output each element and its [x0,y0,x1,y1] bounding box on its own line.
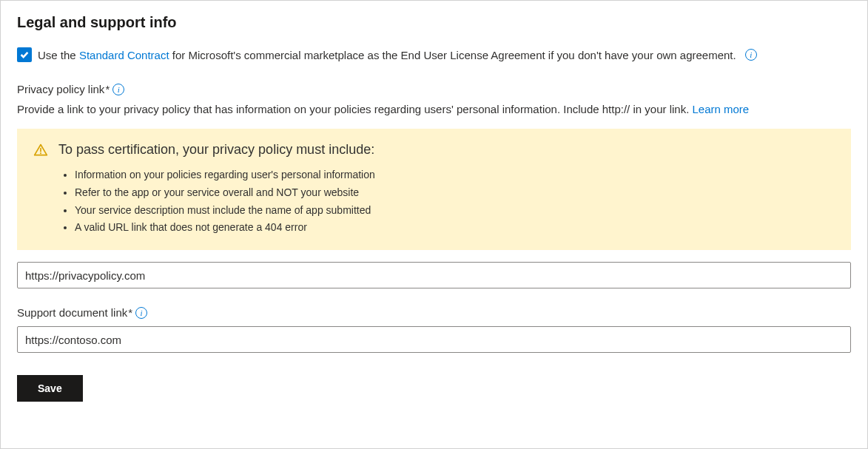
learn-more-link[interactable]: Learn more [693,103,750,115]
info-icon[interactable]: i [112,84,124,95]
standard-contract-checkbox[interactable] [17,47,32,62]
warning-list: Information on your policies regarding u… [33,166,835,237]
support-document-label: Support document link* i [17,306,851,319]
warning-title: To pass certification, your privacy poli… [58,142,374,158]
list-item: Your service description must include th… [75,202,835,220]
list-item: Refer to the app or your service overall… [75,184,835,202]
info-icon[interactable]: i [745,49,757,61]
save-button[interactable]: Save [17,375,83,402]
checkmark-icon [19,50,30,60]
certification-warning: To pass certification, your privacy poli… [17,129,851,250]
standard-contract-link[interactable]: Standard Contract [79,49,169,61]
privacy-policy-label: Privacy policy link* i [17,83,851,95]
privacy-policy-input[interactable] [17,262,851,288]
support-document-input[interactable] [17,326,851,353]
svg-point-1 [40,152,41,154]
standard-contract-label: Use the Standard Contract for Microsoft'… [38,49,736,61]
page-title: Legal and support info [17,14,851,31]
warning-icon [33,143,48,158]
list-item: Information on your policies regarding u… [75,166,835,184]
info-icon[interactable]: i [135,307,147,319]
standard-contract-row: Use the Standard Contract for Microsoft'… [17,47,851,62]
privacy-helper-text: Provide a link to your privacy policy th… [17,103,851,115]
list-item: A valid URL link that does not generate … [75,219,835,237]
